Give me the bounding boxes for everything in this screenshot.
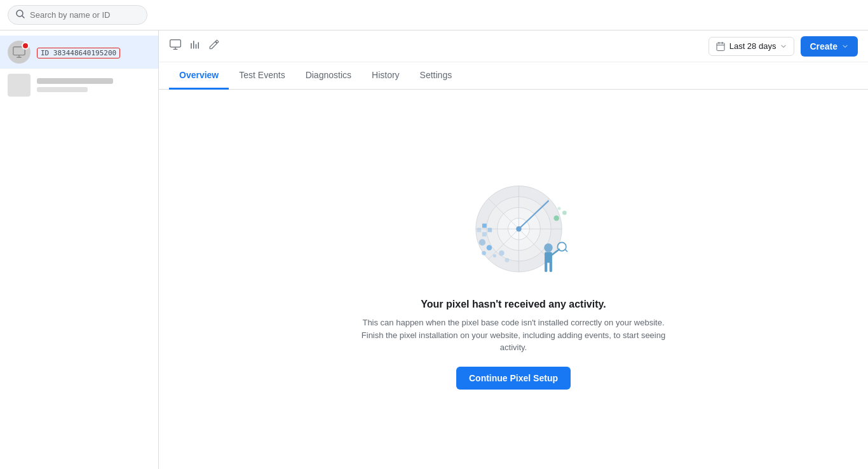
sidebar-item-1[interactable]: ID 383448640195200 bbox=[0, 36, 158, 69]
calendar-icon bbox=[715, 41, 726, 51]
date-range-label: Last 28 days bbox=[729, 41, 776, 51]
tab-settings[interactable]: Settings bbox=[410, 62, 463, 90]
empty-state-description: This can happen when the pixel base code… bbox=[355, 316, 672, 354]
svg-rect-37 bbox=[545, 261, 547, 272]
main-layout: ID 383448640195200 bbox=[0, 31, 868, 469]
svg-rect-44 bbox=[482, 233, 487, 237]
svg-rect-45 bbox=[477, 228, 481, 233]
svg-rect-5 bbox=[170, 40, 181, 48]
svg-point-29 bbox=[479, 240, 485, 246]
search-icon bbox=[16, 10, 25, 20]
avatar-2 bbox=[8, 74, 31, 97]
create-chevron-icon bbox=[841, 43, 849, 50]
content-area: Last 28 days Create Overview Test bbox=[159, 31, 868, 469]
chart-icon[interactable] bbox=[189, 39, 201, 53]
blurred-sub-2 bbox=[37, 87, 88, 92]
create-label: Create bbox=[810, 41, 837, 51]
search-input[interactable] bbox=[30, 10, 139, 20]
warning-badge bbox=[22, 42, 29, 50]
svg-rect-43 bbox=[487, 228, 492, 233]
tabs-bar: Overview Test Events Diagnostics History… bbox=[159, 62, 868, 90]
svg-rect-12 bbox=[717, 43, 724, 50]
tab-history[interactable]: History bbox=[362, 62, 410, 90]
sidebar: ID 383448640195200 bbox=[0, 31, 159, 469]
content-topbar-left bbox=[169, 38, 220, 54]
svg-line-41 bbox=[565, 250, 567, 252]
svg-point-26 bbox=[487, 245, 492, 250]
continue-pixel-setup-button[interactable]: Continue Pixel Setup bbox=[456, 367, 571, 390]
svg-point-33 bbox=[499, 250, 504, 255]
svg-rect-38 bbox=[550, 261, 552, 272]
svg-point-27 bbox=[482, 251, 486, 255]
date-range-dropdown[interactable]: Last 28 days bbox=[709, 37, 795, 56]
sidebar-item-1-info: ID 383448640195200 bbox=[37, 46, 151, 58]
tab-diagnostics[interactable]: Diagnostics bbox=[295, 62, 362, 90]
blurred-name-2 bbox=[37, 78, 113, 84]
pixel-id-badge: ID 383448640195200 bbox=[37, 48, 120, 58]
svg-point-35 bbox=[544, 243, 553, 252]
content-topbar: Last 28 days Create bbox=[159, 31, 868, 62]
svg-point-32 bbox=[557, 207, 560, 210]
empty-state: Your pixel hasn't received any activity.… bbox=[159, 90, 868, 469]
sidebar-item-2[interactable] bbox=[0, 69, 158, 102]
content-topbar-right: Last 28 days Create bbox=[709, 36, 858, 57]
empty-state-title: Your pixel hasn't received any activity. bbox=[421, 299, 606, 310]
monitor-icon[interactable] bbox=[169, 38, 182, 54]
radar-illustration bbox=[444, 169, 583, 283]
svg-point-25 bbox=[516, 226, 521, 231]
svg-point-31 bbox=[562, 211, 567, 215]
svg-point-28 bbox=[493, 254, 496, 257]
chevron-down-icon bbox=[780, 43, 787, 50]
sidebar-item-2-info bbox=[37, 78, 151, 92]
svg-rect-42 bbox=[482, 224, 487, 228]
svg-point-30 bbox=[553, 215, 559, 221]
svg-line-1 bbox=[22, 16, 24, 18]
svg-point-34 bbox=[505, 258, 509, 262]
search-box[interactable] bbox=[8, 5, 147, 25]
edit-icon[interactable] bbox=[208, 39, 220, 53]
create-button[interactable]: Create bbox=[801, 36, 858, 57]
tab-overview[interactable]: Overview bbox=[169, 62, 229, 90]
top-search-bar bbox=[0, 0, 868, 31]
tab-test-events[interactable]: Test Events bbox=[229, 62, 295, 90]
